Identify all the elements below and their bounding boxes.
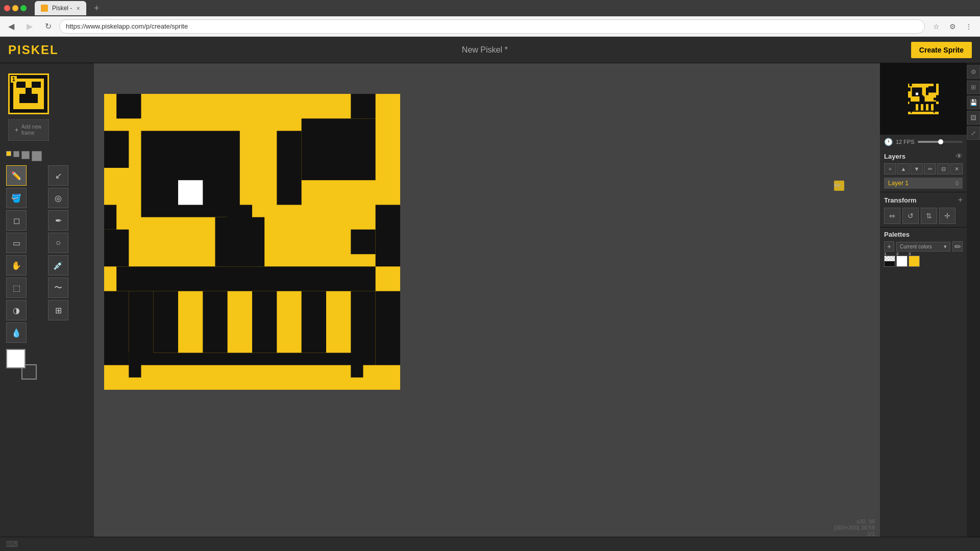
tools-section: ✏️ ↙ 🪣 ◎ ◻ ✒ ▭ ○ ✋ 💉 — [0, 147, 94, 384]
center-button[interactable]: ✛ — [939, 208, 955, 224]
color-picker-tool-button[interactable]: 💧 — [6, 322, 27, 343]
add-frame-button[interactable]: + Add newframe — [8, 119, 49, 141]
palette-colors: 1 2 3 — [884, 256, 963, 267]
rect-tool-button[interactable]: ▭ — [6, 233, 27, 253]
mirror-button[interactable]: ⇅ — [921, 208, 937, 224]
size-xs-btn[interactable] — [6, 151, 11, 156]
stroke-tool-button[interactable]: ◎ — [48, 188, 68, 208]
layer-item[interactable]: Layer 1 0 — [884, 178, 963, 189]
fill-tool-button[interactable]: 🪣 — [6, 188, 27, 208]
svg-rect-45 — [928, 104, 931, 111]
fps-clock-icon: 🕐 — [884, 138, 893, 146]
layers-visibility-icon[interactable]: 👁 — [955, 152, 963, 160]
svg-rect-9 — [302, 118, 376, 180]
add-frame-label: Add newframe — [21, 124, 41, 136]
back-button[interactable]: ◀ — [4, 19, 18, 34]
tab-close-icon[interactable]: ✕ — [76, 6, 80, 11]
move-layer-down-button[interactable]: ▼ — [911, 163, 923, 174]
canvas-area[interactable]: ✏ x30, 98 [300×300] 38:58 1/1 — [94, 63, 880, 537]
darken-tool-button[interactable]: ◑ — [6, 300, 27, 320]
menu-icon[interactable]: ⋮ — [962, 19, 976, 34]
active-tab[interactable]: Piskel - ✕ — [35, 1, 86, 15]
svg-rect-16 — [104, 230, 129, 267]
svg-rect-53 — [934, 98, 936, 101]
bookmark-star-icon[interactable]: ☆ — [929, 19, 943, 34]
dither-tool-button[interactable]: ⊞ — [48, 300, 68, 320]
transform-header: Transform + — [884, 195, 963, 205]
resize-icon-button[interactable]: ⤢ — [967, 127, 980, 140]
add-palette-button[interactable]: + — [884, 241, 894, 252]
tab-favicon — [41, 5, 48, 12]
transform-title: Transform — [884, 196, 917, 204]
new-tab-button[interactable]: + — [90, 2, 103, 14]
lighten-tool-button[interactable]: ✒ — [48, 210, 68, 231]
svg-rect-10 — [277, 131, 302, 205]
size-md-btn[interactable] — [21, 151, 30, 159]
layer-name: Layer 1 — [888, 180, 909, 187]
add-layer-button[interactable]: + — [884, 163, 896, 174]
settings-icon-button[interactable]: ⚙ — [967, 65, 980, 79]
import-icon-button[interactable]: 🖼 — [967, 111, 980, 124]
refresh-button[interactable]: ↻ — [41, 19, 55, 34]
palette-current-label: Current colors — [900, 244, 932, 249]
svg-rect-32 — [934, 84, 936, 86]
palette-selector: + Current colors ▾ ✏ — [884, 241, 963, 252]
delete-layer-button[interactable]: ✕ — [950, 163, 963, 174]
svg-rect-11 — [104, 131, 129, 168]
svg-rect-29 — [351, 230, 376, 254]
maximize-btn[interactable] — [20, 5, 27, 11]
extension-icon[interactable]: ⚙ — [945, 19, 960, 34]
svg-rect-34 — [928, 86, 936, 93]
palette-dropdown[interactable]: Current colors ▾ — [896, 242, 950, 252]
forward-button[interactable]: ▶ — [22, 19, 37, 34]
layers-title: Layers — [884, 153, 905, 160]
svg-rect-18 — [154, 291, 178, 353]
frame-thumbnail[interactable]: 1 — [8, 73, 49, 114]
svg-rect-21 — [302, 291, 326, 353]
grid-icon-button[interactable]: ⊞ — [967, 81, 980, 94]
color-section — [6, 349, 37, 380]
fps-slider-thumb[interactable] — [938, 139, 943, 144]
palettes-section: Palettes + Current colors ▾ ✏ 1 — [880, 228, 967, 270]
edit-palette-button[interactable]: ✏ — [952, 241, 963, 252]
save-icon-button[interactable]: 💾 — [967, 96, 980, 109]
eyedropper-tool-button[interactable]: 💉 — [48, 255, 68, 276]
svg-rect-39 — [920, 96, 925, 102]
move-tool-button[interactable]: ↙ — [48, 165, 68, 186]
erase-tool-button[interactable]: ◻ — [6, 210, 27, 231]
left-panel: 1 + — [0, 63, 94, 537]
fps-label: 12 FPS — [896, 139, 915, 145]
fps-slider[interactable] — [918, 141, 963, 143]
svg-rect-37 — [916, 93, 918, 95]
rotate-button[interactable]: ↺ — [902, 208, 919, 224]
edit-layer-button[interactable]: ✏ — [924, 163, 936, 174]
palette-color-3[interactable]: 3 — [909, 256, 920, 267]
move-layer-up-button[interactable]: ▲ — [897, 163, 910, 174]
flip-horizontal-button[interactable]: ⇔ — [884, 208, 900, 224]
minimize-btn[interactable] — [12, 5, 18, 11]
size-lg-btn[interactable] — [32, 151, 42, 161]
lasso-tool-button[interactable]: 〜 — [48, 278, 68, 298]
address-bar[interactable] — [59, 19, 925, 34]
pan-tool-button[interactable]: ✋ — [6, 255, 27, 276]
right-panel: 🕐 12 FPS Layers 👁 + ▲ — [880, 63, 967, 537]
svg-rect-15 — [215, 217, 265, 267]
pixel-canvas[interactable] — [104, 63, 400, 420]
svg-rect-26 — [376, 291, 400, 365]
svg-rect-27 — [141, 365, 351, 390]
merge-layer-button[interactable]: ⊟ — [937, 163, 949, 174]
palette-color-2[interactable]: 2 — [896, 256, 908, 267]
svg-rect-12 — [104, 205, 116, 230]
palette-color-1[interactable]: 1 — [884, 256, 895, 267]
circle-tool-button[interactable]: ○ — [48, 233, 68, 253]
pencil-tool-button[interactable]: ✏️ — [6, 165, 27, 186]
layers-section: Layers 👁 + ▲ ▼ ✏ ⊟ ✕ Layer 1 0 — [880, 149, 967, 192]
svg-rect-2 — [32, 82, 41, 88]
close-btn[interactable] — [4, 5, 10, 11]
create-sprite-button[interactable]: Create Sprite — [911, 42, 972, 58]
palettes-title: Palettes — [884, 231, 910, 238]
size-sm-btn[interactable] — [13, 151, 19, 157]
transform-expand-icon[interactable]: + — [958, 195, 963, 205]
primary-color-swatch[interactable] — [6, 349, 26, 368]
rect-select-tool-button[interactable]: ⬚ — [6, 278, 27, 298]
